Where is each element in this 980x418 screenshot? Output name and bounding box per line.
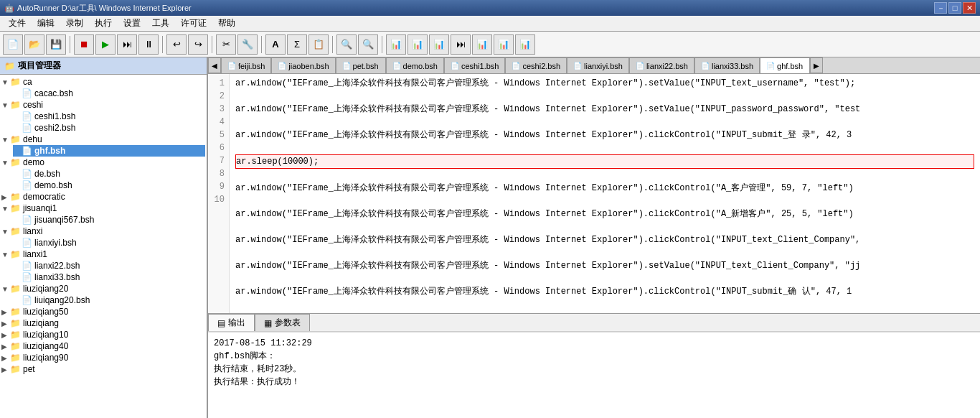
editor-area[interactable]: 12345678910 ar.window("IEFrame_上海泽众软件科技有… [208,74,980,313]
tree-item-lianxi33.bsh[interactable]: 📄lianxi33.bsh [13,271,205,283]
tree-item-democratic[interactable]: ▶📁democratic [1,191,205,203]
sum-button[interactable]: Σ [287,34,307,55]
menu-item-文件[interactable]: 文件 [3,16,32,31]
folder-icon-jisuanqi1: 📁 [10,203,21,213]
tree-item-ceshi[interactable]: ▼📁ceshi [1,99,205,111]
menu-item-工具[interactable]: 工具 [146,16,175,31]
project-manager-header: 📁 项目管理器 [0,57,207,75]
tree-item-demo[interactable]: ▼📁demo [1,157,205,168]
menu-item-许可证[interactable]: 许可证 [175,16,212,31]
tree-item-jisuanqi1[interactable]: ▼📁jisuanqi1 [1,203,205,214]
tree-item-liuziqiang40[interactable]: ▶📁liuziqiang40 [1,340,205,352]
tree-label-de.bsh: de.bsh [34,169,60,179]
maximize-button[interactable]: □ [948,2,961,14]
next-button[interactable]: ⏭ [451,34,471,55]
search2-button[interactable]: 🔍 [358,34,378,55]
chart2-button[interactable]: 📊 [407,34,428,55]
titlebar: 🤖 AutoRunner D:\ar工具\ Windows Internet E… [0,0,980,16]
report3-button[interactable]: 📊 [515,34,535,55]
minimize-button[interactable]: － [934,2,947,14]
tree-item-lianxiyi.bsh[interactable]: 📄lianxiyi.bsh [13,237,205,249]
tab-ceshi1.bsh[interactable]: 📄ceshi1.bsh [444,57,506,73]
tree-item-liuiqang20.bsh[interactable]: 📄liuiqang20.bsh [13,294,205,306]
run-button[interactable]: ▶ [95,34,116,55]
tab-lianxi22.bsh[interactable]: 📄lianxi22.bsh [629,57,694,73]
tree-item-liuziqiang20[interactable]: ▼📁liuziqiang20 [1,283,205,294]
tree-item-ceshi2.bsh[interactable]: 📄ceshi2.bsh [13,122,205,134]
menu-item-帮助[interactable]: 帮助 [212,16,241,31]
main-area: 📁 项目管理器 ▼📁ca📄cacac.bsh▼📁ceshi📄ceshi1.bsh… [0,57,980,418]
cut-button[interactable]: ✂ [216,34,236,55]
left-panel: 📁 项目管理器 ▼📁ca📄cacac.bsh▼📁ceshi📄ceshi1.bsh… [0,57,208,418]
close-button[interactable]: ✕ [963,2,976,14]
stop-button[interactable]: ⏹ [74,34,94,55]
tab-ceshi2.bsh[interactable]: 📄ceshi2.bsh [505,57,567,73]
report-button[interactable]: 📊 [472,34,492,55]
tab-scroll-right[interactable]: ▶ [810,57,823,73]
tree-item-ca[interactable]: ▼📁ca [1,76,205,88]
bottom-tab-output[interactable]: ▤ 输出 [208,314,255,331]
tree-item-liuziqiang10[interactable]: ▶📁liuziqiang10 [1,329,205,340]
chart3-button[interactable]: 📊 [429,34,449,55]
menu-item-编辑[interactable]: 编辑 [32,16,60,31]
code-line-8: ar.window("IEFrame_上海泽众软件科技有限公司客户管理系统 - … [235,259,974,272]
tree-children-lianxi1: 📄lianxi22.bsh📄lianxi33.bsh [1,260,205,283]
tree-children-demo: 📄de.bsh📄demo.bsh [1,168,205,191]
tree-item-demo.bsh[interactable]: 📄demo.bsh [13,180,205,191]
tab-icon-ceshi1.bsh: 📄 [451,62,459,70]
project-tree[interactable]: ▼📁ca📄cacac.bsh▼📁ceshi📄ceshi1.bsh📄ceshi2.… [0,75,207,418]
tree-item-lianxi1[interactable]: ▼📁lianxi1 [1,249,205,260]
folder-icon-liuziqiang20: 📁 [10,284,21,294]
menu-item-执行[interactable]: 执行 [89,16,118,31]
new-button[interactable]: 📄 [3,34,23,55]
tab-ghf.bsh[interactable]: 📄ghf.bsh [760,57,810,73]
tab-feiji.bsh[interactable]: 📄feiji.bsh [221,57,271,73]
bottom-tabs-bar: ▤ 输出▦ 参数表 [208,313,980,332]
tab-lianxiyi.bsh[interactable]: 📄lianxiyi.bsh [567,57,629,73]
tree-item-ghf.bsh[interactable]: 📄ghf.bsh [13,145,205,157]
tab-scroll-left[interactable]: ◀ [208,57,221,73]
tab-lianxi33.bsh[interactable]: 📄lianxi33.bsh [694,57,760,73]
step-over-button[interactable]: ⏭ [117,34,137,55]
pause-button[interactable]: ⏸ [138,34,159,55]
menu-item-设置[interactable]: 设置 [118,16,146,31]
tree-item-lianxi22.bsh[interactable]: 📄lianxi22.bsh [13,260,205,271]
save-button[interactable]: 💾 [46,34,66,55]
tree-item-pet[interactable]: ▶📁pet [1,363,205,375]
line-number-5: 5 [212,129,225,141]
undo-button[interactable]: ↩ [166,34,187,55]
tree-item-liuziqiang[interactable]: ▶📁liuziqiang [1,317,205,329]
code-line-4: ar.sleep(10000); [235,154,974,169]
menu-item-录制[interactable]: 录制 [60,16,89,31]
font-button[interactable]: A [265,34,286,55]
tree-item-de.bsh[interactable]: 📄de.bsh [13,168,205,180]
tree-label-dehu: dehu [23,134,42,144]
toolbar-separator-4 [261,36,262,53]
tree-item-liuziqiang90[interactable]: ▶📁liuziqiang90 [1,352,205,363]
tree-item-lianxi[interactable]: ▼📁lianxi [1,226,205,237]
tab-icon-lianxi22.bsh: 📄 [636,62,644,70]
tree-item-ceshi1.bsh[interactable]: 📄ceshi1.bsh [13,111,205,122]
bottom-tab-params[interactable]: ▦ 参数表 [255,314,310,331]
report2-button[interactable]: 📊 [494,34,514,55]
tab-pet.bsh[interactable]: 📄pet.bsh [336,57,386,73]
clipboard-button[interactable]: 📋 [308,34,329,55]
tool-button[interactable]: 🔧 [237,34,258,55]
right-panel: ◀ 📄feiji.bsh📄jiaoben.bsh📄pet.bsh📄demo.bs… [208,57,980,418]
folder-icon-pet: 📁 [10,364,21,374]
tree-item-dehu[interactable]: ▼📁dehu [1,134,205,145]
tab-jiaoben.bsh[interactable]: 📄jiaoben.bsh [271,57,335,73]
tree-item-cacac.bsh[interactable]: 📄cacac.bsh [13,88,205,99]
bottom-tab-icon-output: ▤ [217,318,225,328]
chart-button[interactable]: 📊 [386,34,406,55]
redo-button[interactable]: ↪ [188,34,208,55]
tab-demo.bsh[interactable]: 📄demo.bsh [386,57,444,73]
search-button[interactable]: 🔍 [336,34,357,55]
folder-icon-liuziqiang: 📁 [10,318,21,328]
tree-label-demo.bsh: demo.bsh [34,180,72,190]
open-button[interactable]: 📂 [24,34,44,55]
tab-icon-ghf.bsh: 📄 [766,62,775,70]
tree-item-jisuanqi567.bsh[interactable]: 📄jisuanqi567.bsh [13,214,205,226]
tree-item-liuziqiang50[interactable]: ▶📁liuziqiang50 [1,306,205,317]
code-content[interactable]: ar.window("IEFrame_上海泽众软件科技有限公司客户管理系统 - … [230,74,980,313]
